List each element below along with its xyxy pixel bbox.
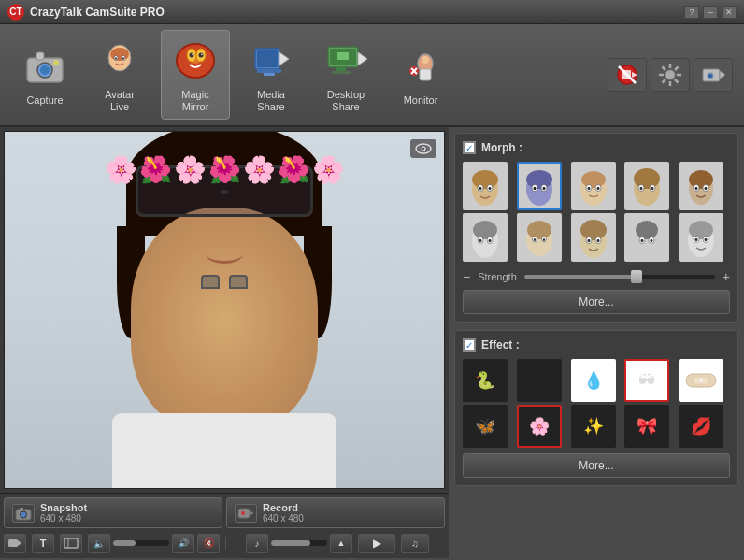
svg-point-107 [543, 238, 545, 241]
face-thumb-6[interactable] [463, 213, 508, 262]
magic-mirror-icon [171, 36, 220, 85]
webcam-small-button[interactable] [4, 534, 26, 553]
mouth [206, 245, 243, 264]
svg-point-52 [708, 74, 712, 78]
toolbar-monitor[interactable]: Monitor [387, 36, 454, 112]
webcam-off-button[interactable] [608, 58, 647, 92]
help-button[interactable]: ? [684, 6, 699, 19]
record-button[interactable]: Record 640 x 480 [226, 497, 445, 528]
effect-butterfly[interactable]: 🦋 [463, 405, 508, 448]
face-thumb-3[interactable] [571, 162, 616, 210]
morph-title: Morph : [481, 141, 522, 154]
face-thumb-8[interactable] [571, 213, 616, 262]
svg-point-4 [53, 60, 59, 65]
face-thumb-7[interactable] [517, 213, 562, 262]
effect-bow[interactable]: 🎀 [624, 405, 669, 448]
shirt [112, 413, 336, 488]
svg-rect-26 [336, 67, 346, 71]
minimize-button[interactable]: ─ [703, 6, 718, 19]
music-slider[interactable] [271, 540, 327, 546]
effect-title: Effect : [481, 338, 520, 352]
record-icon [235, 504, 257, 523]
toolbar-magic-mirror[interactable]: MagicMirror [161, 30, 230, 120]
volume-icon[interactable]: 🔈 [88, 534, 110, 553]
text-overlay-button[interactable]: T [32, 534, 54, 553]
svg-point-121 [689, 221, 713, 239]
effect-more-button[interactable]: More... [463, 453, 730, 478]
svg-point-31 [422, 56, 429, 64]
svg-line-45 [663, 67, 666, 71]
topright-icons [608, 58, 733, 92]
effect-lips[interactable]: 💋 [679, 405, 723, 448]
volume-slider-group: 🔈 🔊 🔇 [88, 534, 220, 553]
svg-line-46 [675, 79, 679, 83]
effect-glasses[interactable]: 🕶 [624, 359, 669, 402]
play-button[interactable]: ▶ [358, 534, 395, 553]
effect-sparkle[interactable]: ✨ [571, 405, 616, 448]
eye-toggle-button[interactable] [410, 139, 436, 158]
svg-rect-29 [337, 52, 349, 60]
webcam-button[interactable] [694, 58, 733, 92]
flower-3: 🌸 [174, 157, 207, 183]
svg-point-85 [634, 168, 660, 189]
close-button[interactable]: ✕ [722, 6, 737, 19]
snapshot-icon [12, 504, 35, 523]
svg-line-48 [663, 79, 666, 83]
toolbar-media-share-label: MediaShare [257, 89, 285, 113]
effect-checkbox[interactable] [463, 338, 476, 352]
music-up[interactable]: ▲ [330, 534, 352, 553]
svg-point-57 [21, 511, 27, 518]
toolbar-desktop-share[interactable]: DesktopShare [312, 31, 379, 119]
settings-button[interactable] [651, 58, 690, 92]
window-controls: ? ─ ✕ [684, 6, 737, 19]
svg-point-14 [190, 52, 194, 57]
morph-checkbox[interactable] [463, 141, 476, 154]
effect-flower[interactable]: 🌸 [517, 405, 562, 448]
volume-slider[interactable] [113, 540, 169, 546]
person-figure: 🌸 🌺 🌸 🌺 🌸 🌺 🌸 [103, 133, 346, 488]
svg-point-101 [489, 239, 492, 243]
effect-empty1[interactable] [517, 359, 562, 402]
flower-crown: 🌸 🌺 🌸 🌺 🌸 🌺 🌸 [122, 133, 327, 208]
face-thumb-4[interactable] [624, 162, 669, 210]
svg-rect-27 [332, 71, 351, 74]
face-thumb-2-blue[interactable] [517, 162, 562, 210]
face-thumb-10[interactable] [679, 213, 723, 262]
face-thumb-1[interactable] [463, 162, 508, 210]
main-toolbar: Capture AvatarLive [0, 24, 744, 127]
screenshot-button[interactable] [60, 534, 82, 553]
svg-point-55 [422, 148, 424, 150]
face-thumb-5[interactable] [679, 162, 723, 210]
music-file-button[interactable]: ♫ [401, 534, 429, 553]
svg-point-119 [651, 239, 653, 243]
svg-marker-20 [279, 52, 289, 65]
svg-line-47 [675, 67, 679, 71]
strength-minus[interactable]: − [463, 269, 470, 284]
record-text: Record 640 x 480 [263, 502, 304, 524]
app-title: CrazyTalk CamSuite PRO [30, 6, 684, 19]
capture-icon [21, 42, 69, 91]
face-thumb-9[interactable] [624, 213, 669, 262]
music-icon[interactable]: ♪ [246, 534, 268, 553]
effect-bandage[interactable] [679, 359, 723, 402]
svg-rect-21 [257, 50, 278, 67]
strength-slider[interactable] [524, 275, 715, 279]
svg-point-125 [705, 238, 708, 242]
volume-up-icon[interactable]: 🔊 [172, 534, 194, 553]
svg-rect-58 [20, 508, 23, 510]
svg-point-82 [587, 187, 590, 191]
face-skin [131, 208, 318, 432]
snapshot-button[interactable]: Snapshot 640 x 480 [4, 497, 222, 528]
toolbar-avatar-live[interactable]: AvatarLive [86, 31, 153, 119]
strength-plus[interactable]: + [723, 269, 730, 284]
effect-drop[interactable]: 💧 [571, 359, 616, 402]
morph-more-button[interactable]: More... [463, 290, 730, 314]
toolbar-media-share[interactable]: MediaShare [237, 31, 305, 119]
record-size: 640 x 480 [263, 513, 304, 524]
toolbar-capture[interactable]: Capture [11, 36, 79, 112]
mute-button[interactable]: 🔇 [197, 534, 220, 553]
effect-snake[interactable]: 🐍 [463, 359, 508, 402]
svg-rect-3 [36, 52, 44, 60]
svg-point-89 [651, 187, 654, 191]
bottom-controls: Snapshot 640 x 480 Record [0, 493, 449, 558]
